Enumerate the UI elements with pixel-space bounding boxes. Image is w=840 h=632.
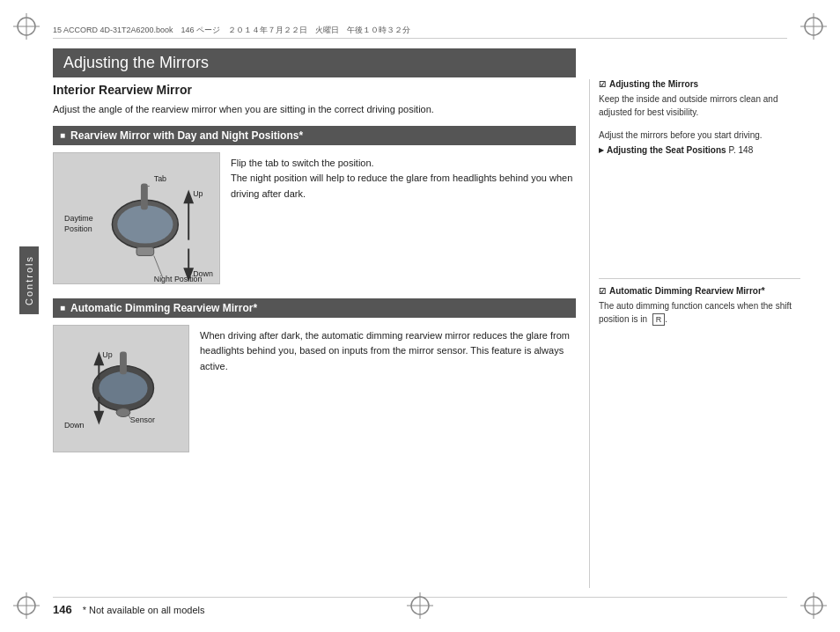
subsection1-row: Tab Up Daytime Position Down Night Posit…: [53, 152, 576, 284]
sidebar-link-ref: P. 148: [729, 145, 754, 155]
svg-text:Down: Down: [64, 421, 85, 430]
page-title: Adjusting the Mirrors: [63, 54, 209, 71]
svg-rect-16: [136, 246, 154, 255]
sidebar-section-1-text1: Keep the inside and outside mirrors clea…: [599, 92, 800, 119]
sidebar-section-1-title: Adjusting the Mirrors: [599, 79, 800, 89]
svg-rect-15: [141, 183, 148, 209]
corner-mark-tl: [13, 13, 40, 40]
subsection2-row: Up Down Sensor When driving after dark, …: [53, 325, 576, 452]
svg-text:Night Position: Night Position: [154, 275, 203, 283]
sidebar-section-1: Adjusting the Mirrors Keep the inside an…: [599, 79, 800, 155]
svg-point-14: [117, 205, 173, 243]
subsection1-text: Flip the tab to switch the position. The…: [231, 152, 576, 284]
sidebar-section-1-link: Adjusting the Seat Positions P. 148: [599, 145, 800, 155]
corner-mark-tr: [800, 13, 827, 40]
svg-text:Position: Position: [64, 224, 92, 232]
footer-note: * Not available on all models: [83, 605, 205, 615]
mirror-diagram-1: Tab Up Daytime Position Down Night Posit…: [53, 152, 220, 284]
sidebar-link-text: Adjusting the Seat Positions: [607, 145, 726, 155]
svg-point-33: [116, 408, 130, 416]
shift-indicator: R: [652, 313, 666, 326]
corner-mark-bl: [13, 592, 40, 619]
side-tab: Controls: [19, 246, 39, 314]
mirror-diagram-2: Up Down Sensor: [53, 325, 189, 452]
mirror-svg-2: Up Down Sensor: [54, 326, 188, 452]
sidebar-section-1-text2: Adjust the mirrors before you start driv…: [599, 129, 800, 142]
sidebar-section-2: Automatic Dimming Rearview Mirror* The a…: [599, 286, 800, 327]
svg-rect-32: [120, 351, 127, 374]
mirror-svg-1: Tab Up Daytime Position Down Night Posit…: [54, 153, 219, 283]
corner-mark-br: [800, 592, 827, 619]
header-bar: 15 ACCORD 4D-31T2A6200.book 146 ページ ２０１４…: [53, 25, 787, 39]
subsection2-text: When driving after dark, the automatic d…: [200, 325, 576, 452]
header-text: 15 ACCORD 4D-31T2A6200.book 146 ページ ２０１４…: [53, 26, 410, 34]
svg-text:Sensor: Sensor: [130, 415, 155, 424]
corner-mark-bc: [407, 592, 433, 619]
svg-text:Up: Up: [102, 349, 112, 358]
page-number: 146: [53, 603, 72, 616]
subsection1-header: Rearview Mirror with Day and Night Posit…: [53, 126, 576, 145]
section-title: Interior Rearview Mirror: [53, 83, 576, 97]
svg-text:Up: Up: [193, 189, 203, 198]
svg-text:Daytime: Daytime: [64, 213, 93, 222]
sidebar-section-2-title: Automatic Dimming Rearview Mirror*: [599, 286, 800, 296]
main-content: Interior Rearview Mirror Adjust the angl…: [53, 79, 576, 588]
sidebar-section-2-text: The auto dimming function cancels when t…: [599, 299, 800, 327]
subsection2-header: Automatic Dimming Rearview Mirror*: [53, 298, 576, 318]
title-banner: Adjusting the Mirrors: [53, 48, 576, 77]
intro-text: Adjust the angle of the rearview mirror …: [53, 102, 576, 117]
svg-point-31: [99, 371, 147, 404]
svg-text:Tab: Tab: [154, 173, 166, 182]
right-sidebar: Adjusting the Mirrors Keep the inside an…: [589, 79, 800, 588]
